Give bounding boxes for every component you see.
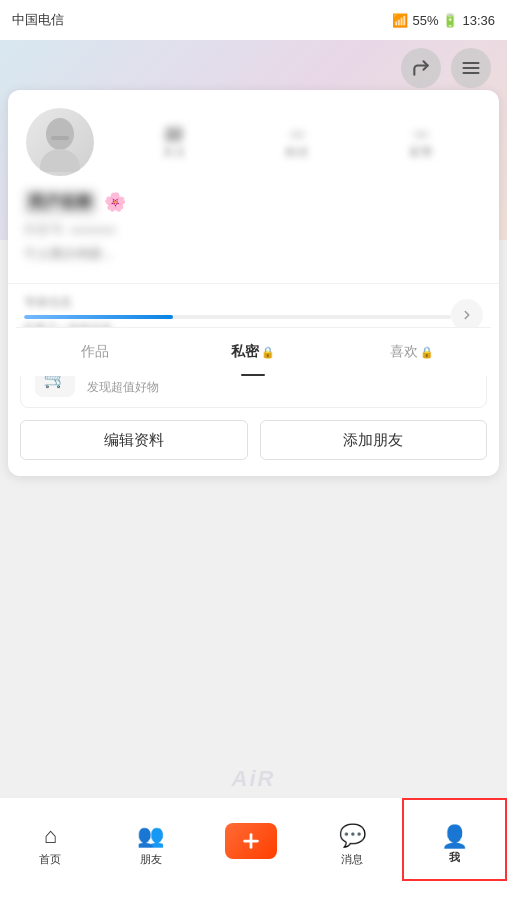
nav-add[interactable]: [201, 798, 302, 881]
nav-messages[interactable]: 💬 消息: [302, 798, 403, 881]
tab-private[interactable]: 私密🔒: [174, 328, 332, 376]
friends-label: 朋友: [140, 852, 162, 867]
private-lock-icon: 🔒: [261, 346, 275, 358]
likes-label: 获赞: [409, 144, 433, 161]
likes-count: ···: [409, 126, 433, 144]
bottom-nav: ⌂ 首页 👥 朋友 💬 消息 👤 我: [0, 797, 507, 897]
followers-label: 粉丝: [285, 144, 309, 161]
me-label: 我: [449, 850, 460, 865]
nav-home[interactable]: ⌂ 首页: [0, 798, 101, 881]
edit-profile-button[interactable]: 编辑资料: [20, 420, 248, 460]
nav-me[interactable]: 👤 我: [402, 798, 507, 881]
time-text: 13:36: [462, 13, 495, 28]
battery-text: 55%: [412, 13, 438, 28]
battery-icon: 🔋: [442, 13, 458, 28]
tab-likes-label: 喜欢🔒: [390, 343, 434, 361]
avatar[interactable]: [24, 106, 96, 178]
home-icon: ⌂: [44, 823, 57, 849]
me-icon: 👤: [441, 824, 468, 850]
stat-followers[interactable]: ··· 粉丝: [285, 126, 309, 161]
status-right-icons: 📶 55% 🔋 13:36: [392, 13, 495, 28]
main-profile-card: 22 关注 ··· 粉丝 ··· 获赞 用户名称 🌸 抖音号: xxxxxxx: [8, 90, 499, 476]
stat-likes[interactable]: ··· 获赞: [409, 126, 433, 161]
home-label: 首页: [39, 852, 61, 867]
status-bar: 中国电信 📶 55% 🔋 13:36: [0, 0, 507, 40]
nav-friends[interactable]: 👥 朋友: [101, 798, 202, 881]
svg-point-4: [40, 149, 80, 172]
tab-likes[interactable]: 喜欢🔒: [333, 328, 491, 376]
content-tabs: 作品 私密🔒 喜欢🔒: [16, 327, 491, 376]
tab-private-label: 私密🔒: [231, 343, 275, 361]
svg-point-3: [46, 118, 74, 150]
progress-bar: [24, 315, 451, 319]
share-button[interactable]: [401, 48, 441, 88]
progress-fill: [24, 315, 173, 319]
followers-count: ···: [285, 126, 309, 144]
following-count: 22: [162, 126, 186, 144]
menu-button[interactable]: [451, 48, 491, 88]
svg-rect-5: [51, 136, 69, 140]
signal-icon: 📶: [392, 13, 408, 28]
carrier-text: 中国电信: [12, 11, 64, 29]
progress-label: 等级信息: [24, 294, 451, 311]
following-label: 关注: [162, 144, 186, 161]
likes-lock-icon: 🔒: [420, 346, 434, 358]
profile-stats: 22 关注 ··· 粉丝 ··· 获赞: [112, 106, 483, 161]
shop-description: 发现超值好物: [87, 379, 472, 396]
watermark-text: AiR: [232, 766, 276, 792]
user-info: 用户名称 🌸 抖音号: xxxxxxx 个人简介内容...: [24, 190, 483, 263]
profile-section: 22 关注 ··· 粉丝 ··· 获赞 用户名称 🌸 抖音号: xxxxxxx: [8, 90, 499, 283]
add-video-button[interactable]: [225, 823, 277, 859]
tab-works-label: 作品: [81, 343, 109, 361]
user-description: 个人简介内容...: [24, 245, 483, 263]
user-id: 抖音号: xxxxxxx: [24, 221, 483, 239]
action-buttons: 编辑资料 添加朋友: [8, 420, 499, 476]
top-actions: [401, 48, 491, 88]
messages-label: 消息: [341, 852, 363, 867]
friends-icon: 👥: [137, 823, 164, 849]
avatar-image: [26, 108, 94, 176]
username-text: 用户名称: [24, 190, 96, 215]
cherry-blossom-badge: 🌸: [104, 191, 128, 215]
add-friend-button[interactable]: 添加朋友: [260, 420, 488, 460]
tab-works[interactable]: 作品: [16, 328, 174, 376]
stat-following[interactable]: 22 关注: [162, 126, 186, 161]
messages-icon: 💬: [339, 823, 366, 849]
profile-top-row: 22 关注 ··· 粉丝 ··· 获赞: [24, 106, 483, 178]
username-row: 用户名称 🌸: [24, 190, 483, 215]
